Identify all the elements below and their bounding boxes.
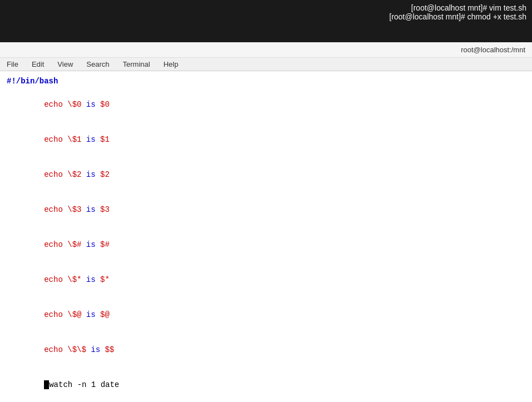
- menu-view[interactable]: View: [55, 60, 75, 68]
- window-title: root@localhost:/mnt: [461, 46, 525, 54]
- menu-search[interactable]: Search: [84, 60, 111, 68]
- editor-section: #!/bin/bash echo \$0 is $0 echo \$1 is $…: [7, 76, 525, 402]
- menu-file[interactable]: File: [4, 60, 21, 68]
- echo-line-hash: echo \$# is $#: [7, 227, 525, 262]
- echo-line-3: echo \$3 is $3: [7, 192, 525, 227]
- terminal-content[interactable]: #!/bin/bash echo \$0 is $0 echo \$1 is $…: [0, 71, 532, 402]
- watch-line: watch -n 1 date: [7, 368, 525, 402]
- echo-line-pid: echo \$\$ is $$: [7, 332, 525, 368]
- echo-line-1: echo \$1 is $1: [7, 122, 525, 157]
- shebang-line: #!/bin/bash: [7, 76, 525, 87]
- echo-line-at: echo \$@ is $@: [7, 297, 525, 332]
- echo-line-star: echo \$* is $*: [7, 262, 525, 297]
- echo-line-2: echo \$2 is $2: [7, 157, 525, 192]
- menu-bar: File Edit View Search Terminal Help: [0, 58, 532, 71]
- menu-terminal[interactable]: Terminal: [121, 60, 152, 68]
- menu-edit[interactable]: Edit: [29, 60, 46, 68]
- echo-line-0: echo \$0 is $0: [7, 87, 525, 122]
- title-bar: root@localhost:/mnt: [0, 42, 532, 58]
- terminal-window: [root@localhost mnt]# vim test.sh [root@…: [0, 0, 532, 402]
- menu-help[interactable]: Help: [161, 60, 181, 68]
